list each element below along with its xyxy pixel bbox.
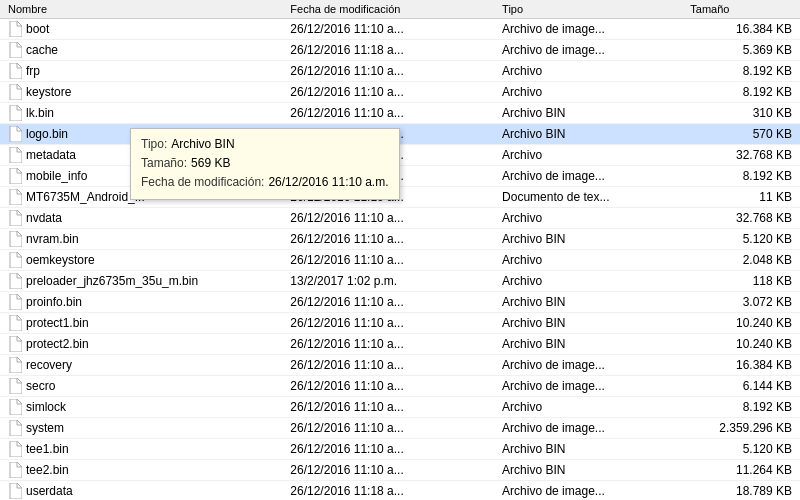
col-name[interactable]: Nombre xyxy=(0,0,282,19)
file-icon xyxy=(8,378,22,394)
table-row[interactable]: MT6735M_Android_...26/12/2016 11:10 a...… xyxy=(0,187,800,208)
file-browser[interactable]: Nombre Fecha de modificación Tipo Tamaño… xyxy=(0,0,800,500)
file-icon xyxy=(8,105,22,121)
file-name-cell: nvram.bin xyxy=(0,229,282,250)
table-row[interactable]: keystore26/12/2016 11:10 a...Archivo8.19… xyxy=(0,82,800,103)
file-date-cell: 26/12/2016 11:10 a... xyxy=(282,418,494,439)
file-icon xyxy=(8,420,22,436)
file-date-cell: 26/12/2016 11:10 a... xyxy=(282,292,494,313)
table-row[interactable]: protect1.bin26/12/2016 11:10 a...Archivo… xyxy=(0,313,800,334)
file-size-cell: 6.144 KB xyxy=(682,376,800,397)
file-size-cell: 2.048 KB xyxy=(682,250,800,271)
table-row[interactable]: userdata26/12/2016 11:18 a...Archivo de … xyxy=(0,481,800,501)
file-name-text: MT6735M_Android_... xyxy=(26,190,145,204)
file-name-text: tee1.bin xyxy=(26,442,69,456)
file-size-cell: 2.359.296 KB xyxy=(682,418,800,439)
file-name-text: protect1.bin xyxy=(26,316,89,330)
col-type[interactable]: Tipo xyxy=(494,0,682,19)
file-icon xyxy=(8,42,22,58)
file-icon xyxy=(8,147,22,163)
file-name-cell: frp xyxy=(0,61,282,82)
table-header-row: Nombre Fecha de modificación Tipo Tamaño xyxy=(0,0,800,19)
file-name-cell: tee2.bin xyxy=(0,460,282,481)
file-date-cell: 26/12/2016 11:10 a... xyxy=(282,460,494,481)
table-row[interactable]: recovery26/12/2016 11:10 a...Archivo de … xyxy=(0,355,800,376)
table-row[interactable]: tee2.bin26/12/2016 11:10 a...Archivo BIN… xyxy=(0,460,800,481)
file-size-cell: 11.264 KB xyxy=(682,460,800,481)
table-row[interactable]: proinfo.bin26/12/2016 11:10 a...Archivo … xyxy=(0,292,800,313)
file-size-cell: 10.240 KB xyxy=(682,334,800,355)
table-row[interactable]: mobile_info26/12/2016 11:10 a...Archivo … xyxy=(0,166,800,187)
file-date-cell: 26/12/2016 11:18 a... xyxy=(282,481,494,501)
file-name-cell: cache xyxy=(0,40,282,61)
table-row[interactable]: secro26/12/2016 11:10 a...Archivo de ima… xyxy=(0,376,800,397)
table-row[interactable]: tee1.bin26/12/2016 11:10 a...Archivo BIN… xyxy=(0,439,800,460)
file-name-cell: recovery xyxy=(0,355,282,376)
table-row[interactable]: oemkeystore26/12/2016 11:10 a...Archivo2… xyxy=(0,250,800,271)
table-row[interactable]: simlock26/12/2016 11:10 a...Archivo8.192… xyxy=(0,397,800,418)
file-name-cell: boot xyxy=(0,19,282,40)
file-date-cell: 26/12/2016 11:10 a... xyxy=(282,376,494,397)
file-icon xyxy=(8,252,22,268)
file-type-cell: Archivo de image... xyxy=(494,355,682,376)
file-type-cell: Archivo xyxy=(494,271,682,292)
file-icon xyxy=(8,126,22,142)
file-name-cell: secro xyxy=(0,376,282,397)
file-icon xyxy=(8,399,22,415)
col-size[interactable]: Tamaño xyxy=(682,0,800,19)
table-row[interactable]: protect2.bin26/12/2016 11:10 a...Archivo… xyxy=(0,334,800,355)
file-size-cell: 16.384 KB xyxy=(682,19,800,40)
file-date-cell: 26/12/2016 11:10 a... xyxy=(282,355,494,376)
table-row[interactable]: nvram.bin26/12/2016 11:10 a...Archivo BI… xyxy=(0,229,800,250)
table-row[interactable]: system26/12/2016 11:10 a...Archivo de im… xyxy=(0,418,800,439)
table-row[interactable]: nvdata26/12/2016 11:10 a...Archivo32.768… xyxy=(0,208,800,229)
file-date-cell: 26/12/2016 11:18 a... xyxy=(282,40,494,61)
table-row[interactable]: metadata26/12/2016 11:10 a...Archivo32.7… xyxy=(0,145,800,166)
file-type-cell: Archivo BIN xyxy=(494,229,682,250)
file-size-cell: 8.192 KB xyxy=(682,166,800,187)
file-icon xyxy=(8,483,22,499)
file-name-text: metadata xyxy=(26,148,76,162)
table-row[interactable]: cache26/12/2016 11:18 a...Archivo de ima… xyxy=(0,40,800,61)
file-name-text: tee2.bin xyxy=(26,463,69,477)
file-size-cell: 8.192 KB xyxy=(682,61,800,82)
file-name-text: mobile_info xyxy=(26,169,87,183)
file-date-cell: 26/12/2016 11:10 a... xyxy=(282,208,494,229)
file-date-cell: 26/12/2016 11:10 a... xyxy=(282,250,494,271)
file-name-text: protect2.bin xyxy=(26,337,89,351)
file-name-text: preloader_jhz6735m_35u_m.bin xyxy=(26,274,198,288)
file-date-cell: 26/12/2016 11:10 a... xyxy=(282,229,494,250)
table-row[interactable]: preloader_jhz6735m_35u_m.bin13/2/2017 1:… xyxy=(0,271,800,292)
table-row[interactable]: lk.bin26/12/2016 11:10 a...Archivo BIN31… xyxy=(0,103,800,124)
file-name-cell: simlock xyxy=(0,397,282,418)
file-date-cell: 13/2/2017 1:02 p.m. xyxy=(282,271,494,292)
file-name-cell: userdata xyxy=(0,481,282,501)
file-type-cell: Archivo BIN xyxy=(494,103,682,124)
file-icon xyxy=(8,441,22,457)
table-row[interactable]: boot26/12/2016 11:10 a...Archivo de imag… xyxy=(0,19,800,40)
file-type-cell: Archivo BIN xyxy=(494,124,682,145)
file-size-cell: 3.072 KB xyxy=(682,292,800,313)
file-name-text: system xyxy=(26,421,64,435)
file-date-cell: 26/12/2016 11:10 a... xyxy=(282,82,494,103)
file-date-cell: 26/12/2016 11:10 a... xyxy=(282,334,494,355)
tooltip-size-value: 569 KB xyxy=(191,154,230,173)
tooltip-type-label: Tipo: xyxy=(141,135,167,154)
col-date[interactable]: Fecha de modificación xyxy=(282,0,494,19)
file-name-text: oemkeystore xyxy=(26,253,95,267)
tooltip-size-label: Tamaño: xyxy=(141,154,187,173)
file-size-cell: 32.768 KB xyxy=(682,145,800,166)
file-type-cell: Archivo xyxy=(494,397,682,418)
file-name-cell: keystore xyxy=(0,82,282,103)
file-name-text: secro xyxy=(26,379,55,393)
file-name-text: nvram.bin xyxy=(26,232,79,246)
table-row[interactable]: frp26/12/2016 11:10 a...Archivo8.192 KB xyxy=(0,61,800,82)
file-name-text: cache xyxy=(26,43,58,57)
file-date-cell: 26/12/2016 11:10 a... xyxy=(282,19,494,40)
file-size-cell: 16.384 KB xyxy=(682,355,800,376)
file-name-cell: tee1.bin xyxy=(0,439,282,460)
file-name-cell: system xyxy=(0,418,282,439)
table-row[interactable]: logo.bin26/12/2016 11:10 a...Archivo BIN… xyxy=(0,124,800,145)
file-size-cell: 310 KB xyxy=(682,103,800,124)
file-type-cell: Archivo de image... xyxy=(494,481,682,501)
